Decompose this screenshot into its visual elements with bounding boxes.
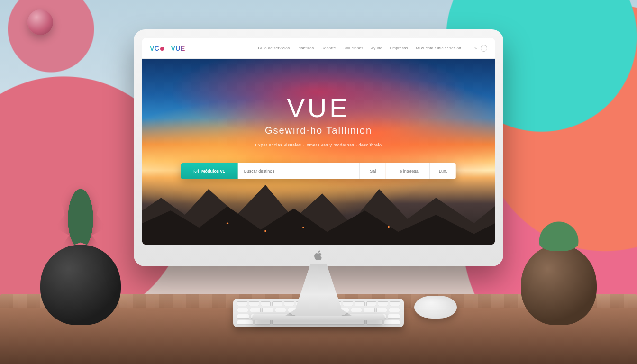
check-icon <box>194 169 199 173</box>
search-seg-last-label: Lun. <box>439 169 447 173</box>
search-primary-button[interactable]: Módulos v1 <box>181 163 238 179</box>
hero-subtitle: Gsewird-ho Talllinion <box>188 125 449 136</box>
svg-point-2 <box>388 226 390 228</box>
svg-point-3 <box>264 230 266 232</box>
search-seg-small-label: Sal <box>370 169 376 173</box>
scene-backdrop: VC VUE Guía de servicios Plantillas Sopo… <box>0 0 637 364</box>
apple-logo-icon <box>314 250 323 261</box>
logo-dot-icon <box>160 47 164 51</box>
topbar: VC VUE Guía de servicios Plantillas Sopo… <box>142 38 495 59</box>
hero: VUE Gsewird-ho Talllinion Experiencias v… <box>142 59 495 245</box>
nav-item-1[interactable]: Plantillas <box>297 46 314 50</box>
logo-primary[interactable]: VC <box>150 45 164 52</box>
svg-point-0 <box>227 222 228 224</box>
nav-item-6[interactable]: Mi cuenta / Iniciar sesión <box>416 46 461 50</box>
pot-left <box>40 245 121 325</box>
search-seg-small[interactable]: Sal <box>359 163 386 179</box>
nav-item-0[interactable]: Guía de servicios <box>258 46 290 50</box>
nav-item-4[interactable]: Ayuda <box>371 46 382 50</box>
monitor-stand <box>285 264 352 316</box>
succulent-right <box>537 218 581 251</box>
hero-copy: VUE Gsewird-ho Talllinion Experiencias v… <box>188 92 449 147</box>
primary-nav: Guía de servicios Plantillas Soporte Sol… <box>258 45 487 52</box>
screen: VC VUE Guía de servicios Plantillas Sopo… <box>142 38 495 245</box>
logo-secondary[interactable]: VUE <box>171 45 185 52</box>
user-icon[interactable] <box>481 45 487 52</box>
search-seg-med-label: Te interesa <box>398 169 419 173</box>
nav-item-5[interactable]: Empresas <box>390 46 408 50</box>
search-primary-label: Módulos v1 <box>201 169 225 173</box>
svg-point-1 <box>302 227 304 228</box>
logo-primary-text: VC <box>150 45 159 52</box>
imac: VC VUE Guía de servicios Plantillas Sopo… <box>134 29 503 320</box>
search-bar: Módulos v1 Sal Te interesa Lun. <box>181 163 456 179</box>
nav-tail-text: » <box>474 46 477 51</box>
search-main-field[interactable] <box>238 163 359 179</box>
decor-sphere <box>27 9 53 35</box>
nav-item-3[interactable]: Soluciones <box>344 46 364 50</box>
search-input[interactable] <box>244 169 354 173</box>
pot-right <box>521 245 597 325</box>
hero-tagline: Experiencias visuales · inmersivas y mod… <box>188 143 449 147</box>
succulent-left <box>52 165 109 255</box>
search-seg-last[interactable]: Lun. <box>429 163 456 179</box>
search-seg-med[interactable]: Te interesa <box>386 163 429 179</box>
logo-group: VC VUE <box>150 45 185 52</box>
hero-title: VUE <box>188 92 449 123</box>
nav-tail: » <box>474 45 487 52</box>
nav-item-2[interactable]: Soporte <box>321 46 336 50</box>
monitor-bezel: VC VUE Guía de servicios Plantillas Sopo… <box>134 29 503 266</box>
